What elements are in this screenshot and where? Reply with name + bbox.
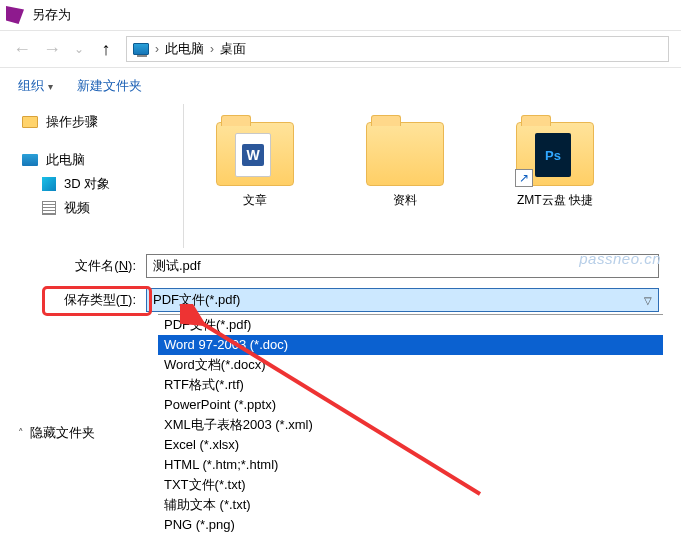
dropdown-option[interactable]: PowerPoint (*.pptx) — [158, 395, 663, 415]
chevron-down-icon: ▾ — [48, 81, 53, 92]
folder-icon — [366, 122, 444, 186]
forward-button[interactable]: → — [42, 40, 62, 58]
dropdown-option[interactable]: Word文档(*.docx) — [158, 355, 663, 375]
new-folder-label: 新建文件夹 — [77, 77, 142, 95]
file-item[interactable]: W 文章 — [210, 122, 300, 248]
pc-icon — [133, 43, 149, 55]
tree-label: 视频 — [64, 199, 90, 217]
file-item[interactable]: 资料 — [360, 122, 450, 248]
tree-item-video[interactable]: 视频 — [22, 196, 178, 220]
chevron-up-icon: ˄ — [18, 427, 24, 440]
hidden-folders-label: 隐藏文件夹 — [30, 424, 95, 442]
filename-label: 文件名(N): — [22, 257, 146, 275]
filename-field: 文件名(N): — [22, 254, 677, 278]
tree-item-steps[interactable]: 操作步骤 — [22, 110, 178, 134]
pc-icon — [22, 154, 38, 166]
savetype-label: 保存类型(T): — [22, 291, 146, 309]
shortcut-arrow-icon: ↗ — [515, 169, 533, 187]
folder-icon: W — [216, 122, 294, 186]
savetype-current: PDF文件(*.pdf) — [153, 291, 240, 309]
app-icon — [6, 6, 24, 24]
chevron-right-icon: › — [155, 42, 159, 56]
toolbar: 组织 ▾ 新建文件夹 — [0, 68, 681, 104]
bottom-panel: passneo.cn 文件名(N): 保存类型(T): PDF文件(*.pdf)… — [0, 248, 681, 312]
chevron-right-icon: › — [210, 42, 214, 56]
dropdown-option[interactable]: 辅助文本 (*.txt) — [158, 495, 663, 515]
splitter[interactable] — [178, 104, 190, 248]
new-folder-button[interactable]: 新建文件夹 — [77, 77, 142, 95]
dropdown-option[interactable]: Excel (*.xlsx) — [158, 435, 663, 455]
file-name: 文章 — [210, 192, 300, 209]
file-name: ZMT云盘 快捷 — [510, 192, 600, 209]
dropdown-option[interactable]: HTML (*.htm;*.html) — [158, 455, 663, 475]
savetype-field: 保存类型(T): PDF文件(*.pdf) ▽ — [22, 288, 677, 312]
dropdown-option[interactable]: PNG (*.png) — [158, 515, 663, 535]
dropdown-option[interactable]: Word 97-2003 (*.doc) — [158, 335, 663, 355]
dropdown-option[interactable]: TXT文件(*.txt) — [158, 475, 663, 495]
video-icon — [42, 201, 56, 215]
savetype-select[interactable]: PDF文件(*.pdf) ▽ — [146, 288, 659, 312]
tree-item-pc[interactable]: 此电脑 — [22, 148, 178, 172]
3d-objects-icon — [42, 177, 56, 191]
filename-input[interactable] — [146, 254, 659, 278]
dropdown-option[interactable]: XML电子表格2003 (*.xml) — [158, 415, 663, 435]
chevron-down-icon: ▽ — [644, 295, 652, 306]
content-area: 操作步骤 此电脑 3D 对象 视频 W 文章 资料 Ps — [0, 104, 681, 248]
file-grid[interactable]: W 文章 资料 Ps ↗ ZMT云盘 快捷 — [190, 104, 681, 248]
up-button[interactable]: ↑ — [96, 40, 116, 58]
dropdown-option[interactable]: RTF格式(*.rtf) — [158, 375, 663, 395]
breadcrumb-pc[interactable]: 此电脑 — [165, 40, 204, 58]
hidden-folders-toggle[interactable]: ˄ 隐藏文件夹 — [18, 424, 95, 442]
tree-item-3d[interactable]: 3D 对象 — [22, 172, 178, 196]
address-bar[interactable]: › 此电脑 › 桌面 — [126, 36, 669, 62]
organize-menu[interactable]: 组织 ▾ — [18, 77, 53, 95]
folder-icon — [22, 116, 38, 128]
dropdown-option[interactable]: PDF文件(*.pdf) — [158, 315, 663, 335]
nav-tree[interactable]: 操作步骤 此电脑 3D 对象 视频 — [0, 104, 178, 248]
breadcrumb-desktop[interactable]: 桌面 — [220, 40, 246, 58]
word-doc-icon: W — [235, 133, 271, 177]
tree-label: 操作步骤 — [46, 113, 98, 131]
tree-label: 3D 对象 — [64, 175, 110, 193]
history-chevron-icon[interactable]: ⌄ — [74, 42, 84, 56]
file-item[interactable]: Ps ↗ ZMT云盘 快捷 — [510, 122, 600, 248]
title-bar: 另存为 — [0, 0, 681, 30]
window-title: 另存为 — [32, 6, 71, 24]
folder-icon: Ps ↗ — [516, 122, 594, 186]
file-name: 资料 — [360, 192, 450, 209]
back-button[interactable]: ← — [12, 40, 32, 58]
tree-label: 此电脑 — [46, 151, 85, 169]
organize-label: 组织 — [18, 77, 44, 95]
photoshop-icon: Ps — [535, 133, 571, 177]
nav-row: ← → ⌄ ↑ › 此电脑 › 桌面 — [0, 31, 681, 67]
savetype-dropdown[interactable]: PDF文件(*.pdf)Word 97-2003 (*.doc)Word文档(*… — [158, 314, 663, 535]
